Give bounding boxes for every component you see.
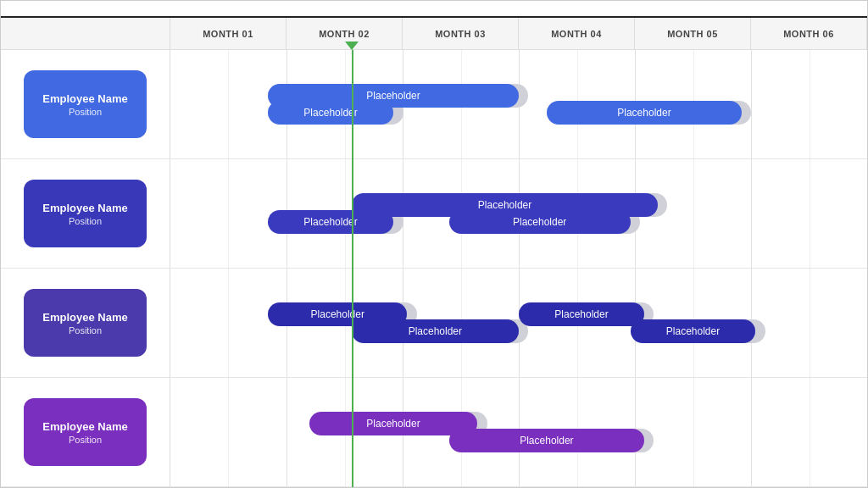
employee-position-2: Position (69, 216, 102, 226)
employee-name-1: Employee Name (42, 92, 127, 105)
employee-name-2: Employee Name (42, 202, 127, 214)
timeline-rows: PlaceholderPlaceholderPlaceholderPlaceho… (170, 50, 867, 487)
bar-4: Placeholder (268, 210, 393, 234)
bar-2: Placeholder (547, 101, 742, 125)
bar-9: Placeholder (631, 319, 756, 343)
employee-card-4: Employee NamePosition (24, 398, 147, 466)
page-title (1, 1, 867, 18)
bar-11: Placeholder (449, 429, 644, 452)
employee-position-3: Position (69, 325, 102, 336)
timeline-row-3: PlaceholderPlaceholderPlaceholderPlaceho… (170, 269, 867, 378)
month-cell-3: MONTH 03 (403, 18, 519, 49)
employee-card-2: Employee NamePosition (24, 180, 147, 247)
month-cell-4: MONTH 04 (519, 18, 635, 49)
employee-card-1: Employee NamePosition (24, 70, 147, 138)
current-time-line (352, 50, 353, 487)
months-header: MONTH 01MONTH 02MONTH 03MONTH 04MONTH 05… (170, 18, 867, 50)
month-cell-5: MONTH 05 (635, 18, 751, 49)
month-cell-1: MONTH 01 (170, 18, 287, 49)
bar-7: Placeholder (519, 302, 644, 326)
month-cell-6: MONTH 06 (751, 18, 867, 49)
employee-row-2: Employee NamePosition (1, 159, 170, 269)
employee-row-3: Employee NamePosition (1, 269, 170, 378)
employee-card-3: Employee NamePosition (24, 289, 147, 357)
main-content: Employee NamePositionEmployee NamePositi… (1, 18, 867, 487)
current-month-indicator (345, 42, 359, 50)
timeline-row-1: PlaceholderPlaceholderPlaceholder (170, 50, 867, 159)
employee-header (1, 18, 170, 50)
timeline-row-4: PlaceholderPlaceholder (170, 378, 867, 487)
employee-name-3: Employee Name (42, 311, 127, 324)
employee-position-4: Position (69, 435, 102, 445)
bar-5: Placeholder (449, 210, 631, 234)
employee-name-4: Employee Name (42, 420, 127, 433)
bar-1: Placeholder (268, 101, 393, 125)
employee-row-1: Employee NamePosition (1, 50, 170, 159)
employee-position-1: Position (69, 107, 102, 117)
timeline-row-2: PlaceholderPlaceholderPlaceholder (170, 159, 867, 269)
bar-8: Placeholder (352, 319, 519, 343)
employee-column: Employee NamePositionEmployee NamePositi… (1, 18, 170, 487)
page-wrapper: Employee NamePositionEmployee NamePositi… (0, 0, 868, 488)
employee-row-4: Employee NamePosition (1, 378, 170, 487)
timeline-area: MONTH 01MONTH 02MONTH 03MONTH 04MONTH 05… (170, 18, 867, 487)
